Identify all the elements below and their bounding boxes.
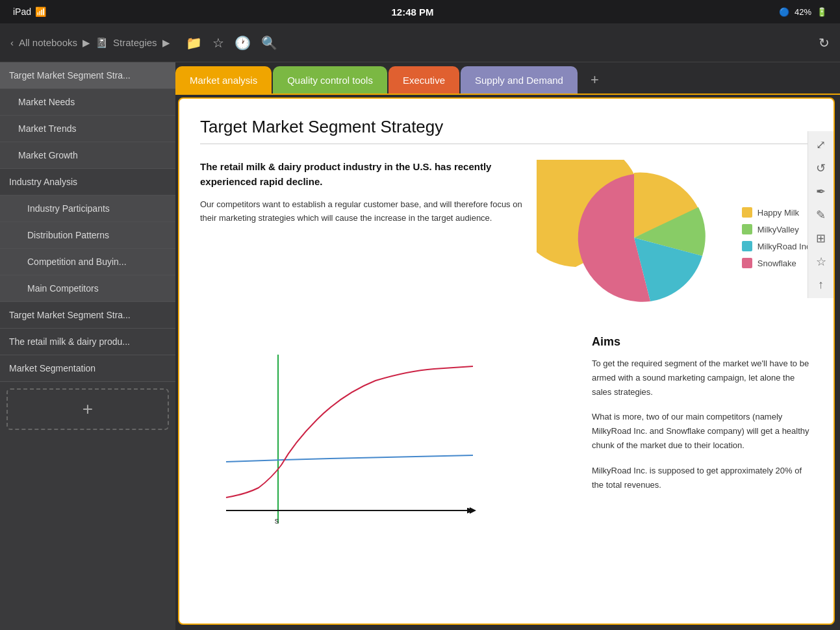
line-chart-area: s: [200, 335, 572, 559]
sidebar-item[interactable]: Market Trends: [0, 116, 175, 142]
breadcrumb-separator1: ▶: [83, 37, 90, 49]
bluetooth-icon: 🔵: [779, 7, 789, 17]
status-time: 12:48 PM: [391, 6, 433, 18]
intro-bold-text: The retail milk & dairy product industry…: [200, 160, 524, 189]
sidebar-item[interactable]: The retail milk & dairy produ...: [0, 329, 175, 355]
sidebar-item[interactable]: Target Market Segment Stra...: [0, 302, 175, 329]
refresh-button[interactable]: ↻: [819, 35, 830, 51]
tab-supply-label: Supply and Demand: [475, 75, 563, 86]
sidebar-item[interactable]: Industry Analysis: [0, 169, 175, 195]
pie-chart: [537, 160, 732, 316]
sidebar-item[interactable]: Industry Participants: [0, 195, 175, 222]
tab-market-label: Market analysis: [190, 75, 257, 86]
share-icon[interactable]: ↑: [818, 278, 824, 292]
tab-supply-demand[interactable]: Supply and Demand: [461, 66, 578, 94]
device-label: iPad: [13, 6, 31, 17]
image-icon[interactable]: ⊞: [816, 231, 826, 246]
aims-title: Aims: [592, 335, 813, 349]
aims-section: Aims To get the required segment of the …: [592, 335, 813, 559]
legend-color-happy: [742, 207, 752, 218]
legend-color-road: [742, 241, 752, 251]
breadcrumb-separator2: ▶: [162, 37, 170, 49]
toolbar-left: ‹ All notebooks ▶ 📓 Strategies ▶: [10, 37, 170, 49]
pie-section: Happy Milk MilkyValley MilkyRoad Inc.: [537, 160, 813, 316]
tab-quality-label: Quality control tools: [287, 75, 373, 86]
search-icon[interactable]: 🔍: [261, 35, 277, 51]
sidebar-item[interactable]: Competition and Buyin...: [0, 249, 175, 275]
sidebar-item[interactable]: Market Growth: [0, 142, 175, 169]
history-icon[interactable]: 🕐: [235, 35, 251, 51]
folder-icon[interactable]: 📁: [186, 35, 202, 51]
star-icon[interactable]: ☆: [212, 35, 224, 51]
doc-intro: The retail milk & dairy product industry…: [200, 160, 524, 316]
favorite-icon[interactable]: ☆: [816, 255, 826, 269]
legend-label-snowflake: Snowflake: [757, 258, 796, 268]
top-toolbar: ‹ All notebooks ▶ 📓 Strategies ▶ 📁 ☆ 🕐 🔍…: [0, 23, 840, 62]
sidebar-item[interactable]: Market Needs: [0, 89, 175, 116]
sidebar-item[interactable]: Market Segmentation: [0, 355, 175, 382]
add-note-button[interactable]: +: [6, 388, 169, 430]
doc-top-section: The retail milk & dairy product industry…: [200, 160, 813, 316]
battery-icon: 🔋: [817, 7, 827, 17]
tab-quality-control[interactable]: Quality control tools: [273, 66, 387, 94]
all-notebooks-link[interactable]: All notebooks: [19, 37, 77, 48]
status-right: 🔵 42% 🔋: [779, 7, 827, 17]
sidebar-item[interactable]: Main Competitors: [0, 275, 175, 302]
legend-color-valley: [742, 224, 752, 234]
line-chart-svg: s: [200, 335, 486, 556]
back-button[interactable]: ‹: [10, 37, 14, 48]
aims-paragraph1: To get the required segment of the marke…: [592, 357, 813, 399]
tab-executive-label: Executive: [403, 75, 445, 86]
pen-icon[interactable]: ✒: [816, 184, 826, 199]
aims-paragraph3: MilkyRoad Inc. is supposed to get approx…: [592, 464, 813, 492]
add-tab-button[interactable]: +: [581, 66, 608, 94]
legend-label-happy: Happy Milk: [757, 208, 799, 218]
notebook-icon: 📓: [95, 37, 108, 49]
document-title: Target Market Segment Strategy: [200, 117, 813, 144]
status-left: iPad 📶: [13, 6, 46, 17]
undo-icon[interactable]: ↺: [816, 161, 826, 175]
legend-milkyroad: MilkyRoad Inc.: [742, 241, 813, 251]
plus-icon: +: [83, 399, 93, 420]
text-pen-icon[interactable]: ✎: [816, 208, 826, 222]
right-toolbar: ⤢ ↺ ✒ ✎ ⊞ ☆ ↑: [808, 131, 834, 298]
document-area: ⤢ ↺ ✒ ✎ ⊞ ☆ ↑ Target Market Segment Stra…: [178, 97, 835, 625]
tab-executive[interactable]: Executive: [388, 66, 459, 94]
content-area: Market analysis Quality control tools Ex…: [175, 62, 840, 630]
legend-snowflake: Snowflake: [742, 258, 813, 268]
sidebar-item[interactable]: Distribution Patterns: [0, 222, 175, 249]
expand-icon[interactable]: ⤢: [816, 138, 826, 152]
tabs-bar: Market analysis Quality control tools Ex…: [175, 62, 840, 95]
sidebar-item[interactable]: Target Market Segment Stra...: [0, 62, 175, 89]
intro-body-text: Our competitors want to establish a regu…: [200, 198, 524, 225]
sidebar: Target Market Segment Stra...Market Need…: [0, 62, 175, 630]
legend-color-snowflake: [742, 258, 752, 268]
tab-market-analysis[interactable]: Market analysis: [175, 66, 272, 94]
legend-happy-milk: Happy Milk: [742, 207, 813, 218]
legend-label-valley: MilkyValley: [757, 225, 799, 234]
svg-marker-5: [470, 507, 476, 514]
legend-milkyvalley: MilkyValley: [742, 224, 813, 234]
battery-label: 42%: [795, 7, 811, 17]
wifi-icon: 📶: [35, 6, 46, 17]
toolbar-icons: 📁 ☆ 🕐 🔍: [186, 35, 277, 51]
aims-paragraph2: What is more, two of our main competitor…: [592, 410, 813, 453]
strategies-link[interactable]: Strategies: [113, 37, 157, 48]
legend-label-road: MilkyRoad Inc.: [757, 242, 813, 251]
pie-legend: Happy Milk MilkyValley MilkyRoad Inc.: [742, 207, 813, 268]
status-bar: iPad 📶 12:48 PM 🔵 42% 🔋: [0, 0, 840, 23]
svg-text:s: s: [275, 516, 279, 525]
main-layout: Target Market Segment Stra...Market Need…: [0, 62, 840, 630]
doc-bottom-section: s Aims To get the required segment of th…: [200, 335, 813, 559]
